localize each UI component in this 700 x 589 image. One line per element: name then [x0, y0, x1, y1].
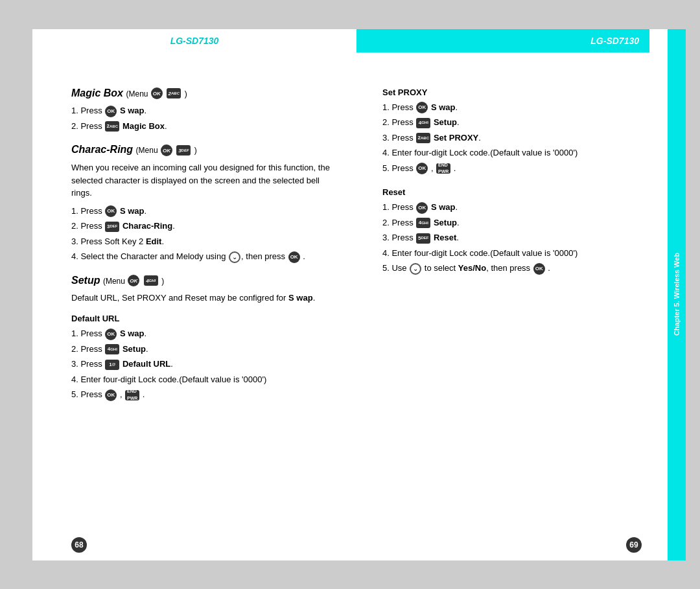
charac-ring-step4: 4. Select the Character and Melody using… — [71, 250, 331, 263]
default-url-step1: 1. Press OK S wap. — [71, 327, 331, 340]
set-proxy-step5: 5. Press OK , ENDPWR . — [382, 162, 642, 175]
4ghi-icon: 4GHI — [144, 275, 158, 286]
charac-ring-desc: When you receive an incoming call you de… — [71, 161, 331, 200]
charac-ring-step3: 3. Press Soft Key 2 Edit. — [71, 235, 331, 248]
set-proxy-step4: 4. Enter four-digit Lock code.(Default v… — [382, 146, 642, 159]
left-header: LG-SD7130 — [32, 29, 356, 52]
magic-box-step2: 2. Press 2ABC Magic Box. — [71, 120, 331, 133]
4ghi-btn: 4GHI — [105, 344, 119, 354]
page-left: LG-SD7130 Magic Box (Menu OK 2ABC ) 1. P… — [32, 29, 356, 560]
set-proxy-step2: 2. Press 4GHI Setup. — [382, 116, 642, 129]
set-proxy-step3: 3. Press 2ABC Set PROXY. — [382, 132, 642, 144]
left-content: Magic Box (Menu OK 2ABC ) 1. Press OK S … — [71, 87, 331, 401]
document-spread: LG-SD7130 Magic Box (Menu OK 2ABC ) 1. P… — [32, 29, 668, 560]
page-number-left: 68 — [71, 537, 87, 553]
2abc-btn: 2ABC — [105, 121, 119, 132]
ok-icon3: OK — [128, 275, 139, 286]
right-header: LG-SD7130 — [356, 29, 649, 52]
right-header-title: LG-SD7130 — [590, 36, 639, 46]
ok-icon: OK — [151, 87, 163, 99]
reset-step3: 3. Press 5DEF Reset. — [382, 231, 642, 244]
3def-btn: 3DEF — [105, 222, 119, 232]
default-url-step2: 2. Press 4GHI Setup. — [71, 343, 331, 356]
magic-box-step1: 1. Press OK S wap. — [71, 104, 331, 117]
charac-ring-step1: 1. Press OK S wap. — [71, 205, 331, 218]
ok-btn5: OK — [105, 389, 117, 401]
4ghi-btn3: 4GHI — [416, 218, 430, 228]
reset-step4: 4. Enter four-digit Lock code.(Default v… — [382, 247, 642, 260]
ok-btn8: OK — [416, 202, 428, 214]
reset-step1: 1. Press OK S wap. — [382, 201, 642, 214]
default-url-step4: 4. Enter four-digit Lock code.(Default v… — [71, 373, 331, 386]
left-header-title: LG-SD7130 — [170, 36, 219, 46]
ok-btn7: OK — [416, 163, 428, 174]
reset-step2: 2. Press 4GHI Setup. — [382, 216, 642, 229]
2abc-icon: 2ABC — [167, 88, 181, 98]
end-btn: ENDPWR — [125, 390, 139, 400]
nav-icon2: ⌄ — [410, 263, 421, 275]
default-url-step5: 5. Press OK , ENDPWR . — [71, 388, 331, 401]
right-content: Set PROXY 1. Press OK S wap. 2. Press 4G… — [382, 87, 642, 275]
4ghi-btn2: 4GHI — [416, 118, 430, 128]
ok-btn3: OK — [288, 251, 300, 263]
reset-step5: 5. Use ⌄ to select Yes/No, then press OK… — [382, 262, 642, 275]
ok-btn6: OK — [416, 102, 428, 113]
ok-btn2: OK — [105, 205, 117, 217]
ok-btn4: OK — [105, 329, 117, 340]
page-right: LG-SD7130 Set PROXY 1. Press OK S wap. 2… — [356, 29, 668, 560]
3def-icon: 3DEF — [176, 145, 191, 156]
1at-btn: 1@ — [105, 360, 119, 370]
page-number-right: 69 — [626, 537, 642, 553]
default-url-step3: 3. Press 1@ Default URL. — [71, 358, 331, 371]
set-proxy-title: Set PROXY — [382, 87, 642, 97]
magic-box-title: Magic Box (Menu OK 2ABC ) — [71, 87, 331, 100]
setup-title: Setup (Menu OK 4GHI ) — [71, 275, 331, 287]
end-btn2: ENDPWR — [436, 163, 450, 174]
chapter-tab: Chapter 5. Wireless Web — [668, 29, 686, 560]
charac-ring-step2: 2. Press 3DEF Charac-Ring. — [71, 220, 331, 233]
5def-btn: 5DEF — [416, 233, 430, 244]
ok-icon2: OK — [161, 144, 172, 156]
default-url-title: Default URL — [71, 314, 331, 323]
reset-title: Reset — [382, 187, 642, 197]
2abc-btn2: 2ABC — [416, 133, 430, 143]
set-proxy-step1: 1. Press OK S wap. — [382, 101, 642, 114]
ok-btn9: OK — [533, 263, 545, 275]
setup-desc: Default URL, Set PROXY and Reset may be … — [71, 292, 331, 305]
chapter-tab-text: Chapter 5. Wireless Web — [672, 253, 681, 336]
charac-ring-title: Charac-Ring (Menu OK 3DEF ) — [71, 144, 331, 156]
ok-btn: OK — [105, 106, 117, 117]
nav-icon: ⌄ — [229, 251, 240, 263]
